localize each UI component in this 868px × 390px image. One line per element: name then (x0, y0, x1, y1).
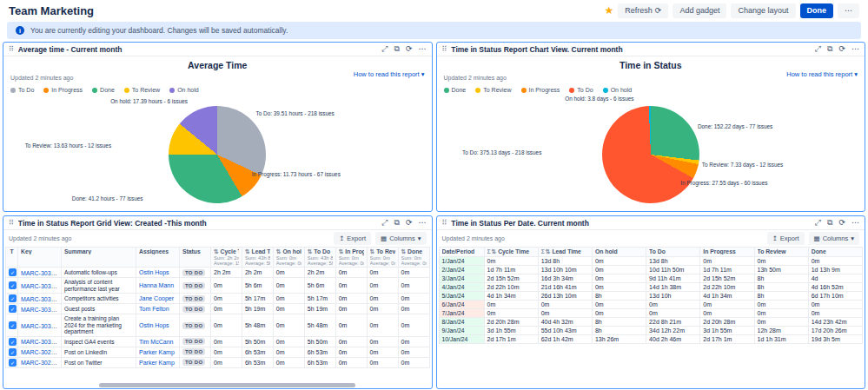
column-header-to-do[interactable]: ⇅ To DoSum: 43h 8mAverage: 5h 23m (304, 248, 335, 268)
issue-row: ✓MARC-3021Post on TwitterParker KampTO D… (6, 357, 430, 367)
legend-color-dot (444, 88, 449, 93)
issue-key-link[interactable]: MARC-3032 (21, 339, 57, 345)
drag-handle-icon[interactable]: ⠿ (9, 219, 14, 227)
legend-item[interactable]: To Do (10, 87, 34, 93)
metric-value-cell: 8h (592, 318, 646, 327)
done-button[interactable]: Done (800, 3, 834, 18)
issue-key-link[interactable]: MARC-3022 (21, 349, 57, 355)
maximize-icon[interactable]: ⤢ (815, 218, 821, 228)
assignee-link[interactable]: Hanna Mann (139, 282, 174, 288)
legend-item[interactable]: To Review (124, 87, 160, 93)
issue-key-link[interactable]: MARC-3038 (21, 270, 57, 276)
refresh-button[interactable]: Refresh ⟳ (618, 3, 668, 18)
maximize-icon[interactable]: ⤢ (381, 218, 388, 228)
change-layout-button[interactable]: Change layout (731, 3, 795, 18)
column-header-status[interactable]: Status (180, 248, 211, 268)
issue-key-link[interactable]: MARC-3036 (21, 296, 57, 302)
refresh-gadget-icon[interactable]: ⟳ (406, 44, 413, 54)
column-header-lead-time[interactable]: Σ⇅ Lead Time (538, 248, 592, 257)
gadget-grid: ⠿ Average time - Current month ⤢ ⧉ ⟳ ⋯ A… (0, 42, 868, 389)
legend-item[interactable]: On hold (603, 87, 633, 93)
refresh-gadget-icon[interactable]: ⟳ (406, 218, 413, 228)
column-header-on-hold[interactable]: On hold (592, 248, 646, 257)
gadget-more-icon[interactable]: ⋯ (419, 44, 427, 54)
assignee-link[interactable]: Tim McCann (139, 339, 173, 345)
gadget-header: ⠿ Time in Status Report Chart View. Curr… (437, 43, 865, 56)
assignee-link[interactable]: Ostin Hops (139, 269, 169, 275)
columns-dropdown[interactable]: ▦ Columns ▾ (375, 232, 426, 245)
legend-item[interactable]: On hold (169, 87, 199, 93)
legend-item[interactable]: Done (92, 87, 115, 93)
assignee-link[interactable]: Jane Cooper (139, 295, 174, 301)
maximize-icon[interactable]: ⤢ (381, 44, 388, 54)
column-header-cycle-time[interactable]: Σ⇅ Cycle Time (484, 248, 538, 257)
gadget-more-icon[interactable]: ⋯ (851, 44, 859, 54)
column-header-to-do[interactable]: To Do (646, 248, 700, 257)
sort-icon[interactable]: ⇅ (276, 248, 282, 254)
sort-icon[interactable]: ⇅ (401, 248, 407, 254)
column-header-assignees[interactable]: Assignees (136, 248, 180, 268)
export-button[interactable]: ↥ Export (767, 232, 805, 245)
drag-handle-icon[interactable]: ⠿ (442, 45, 447, 53)
assignee-link[interactable]: Tom Felton (139, 306, 169, 312)
legend-item[interactable]: Done (444, 87, 467, 93)
column-header-in-progress[interactable]: In Progress (700, 248, 754, 257)
help-link[interactable]: How to read this report ▾ (786, 70, 858, 78)
issue-key-link[interactable]: MARC-3021 (21, 360, 57, 366)
sort-icon[interactable]: ⇅ (492, 248, 497, 254)
legend-item[interactable]: In Progress (521, 87, 560, 93)
fullscreen-icon[interactable]: ⧉ (394, 44, 400, 54)
sort-icon[interactable]: ⇅ (370, 248, 375, 254)
column-header-cycle-time[interactable]: ⇅ Cycle TimeSum: 2h 2mAverage: 15m (211, 248, 242, 268)
issue-key-link[interactable]: MARC-3034 (21, 323, 57, 329)
legend-item[interactable]: In Progress (43, 87, 83, 93)
help-link[interactable]: How to read this report ▾ (354, 70, 425, 78)
columns-dropdown[interactable]: ▦ Columns ▾ (809, 232, 859, 245)
sort-icon[interactable]: ⇅ (245, 248, 250, 254)
column-header-done[interactable]: ⇅ DoneSum: 0mAverage: 0m (398, 248, 429, 268)
drag-handle-icon[interactable]: ⠿ (442, 219, 447, 227)
fullscreen-icon[interactable]: ⧉ (394, 218, 400, 228)
column-header-on-hold[interactable]: ⇅ On holdSum: 0mAverage: 0m (273, 248, 304, 268)
column-header-done[interactable]: Done (808, 248, 862, 257)
export-button[interactable]: ↥ Export (334, 232, 371, 245)
refresh-gadget-icon[interactable]: ⟳ (838, 218, 845, 228)
sort-icon[interactable]: ⇅ (308, 248, 313, 254)
maximize-icon[interactable]: ⤢ (815, 44, 821, 54)
add-gadget-button[interactable]: Add gadget (673, 3, 726, 18)
assignee-link[interactable]: Parker Kamp (139, 349, 175, 355)
column-header-summary[interactable]: Summary (62, 248, 136, 268)
fullscreen-icon[interactable]: ⧉ (827, 218, 832, 228)
sort-icon[interactable]: ⇅ (214, 248, 219, 254)
legend-item[interactable]: To Review (475, 87, 511, 93)
legend-item[interactable]: To Do (569, 87, 593, 93)
assignee-link[interactable]: Ostin Hops (139, 322, 169, 328)
fullscreen-icon[interactable]: ⧉ (827, 44, 832, 54)
refresh-gadget-icon[interactable]: ⟳ (838, 44, 845, 54)
average-time-pie-chart[interactable] (169, 106, 266, 203)
column-header-lead-time[interactable]: ⇅ Lead TimeSum: 43h 8mAverage: 5h 23m (242, 248, 273, 268)
assignee-link[interactable]: Parker Kamp (139, 360, 175, 366)
more-options-button[interactable]: ⋯ (838, 3, 859, 18)
metric-value-cell: 8h (754, 274, 808, 283)
sort-icon[interactable]: ⇅ (546, 248, 551, 254)
gadget-more-icon[interactable]: ⋯ (851, 218, 859, 228)
metric-value-cell: 0m (700, 257, 754, 266)
column-header-to-review[interactable]: ⇅ To ReviewSum: 0mAverage: 0m (367, 248, 398, 268)
metric-value-cell: 0m (538, 309, 592, 318)
task-type-icon: ✓ (9, 321, 17, 329)
column-header-t[interactable]: T (6, 248, 18, 268)
column-header-date-period[interactable]: Date/Period (439, 248, 484, 257)
horizontal-scrollbar[interactable] (99, 383, 355, 387)
drag-handle-icon[interactable]: ⠿ (9, 45, 14, 53)
column-header-in-progress[interactable]: ⇅ In ProgressSum: 0mAverage: 0m (335, 248, 367, 268)
issue-key-link[interactable]: MARC-3037 (21, 283, 57, 289)
time-in-status-pie-chart[interactable] (602, 106, 699, 203)
sort-icon[interactable]: ⇅ (339, 248, 344, 254)
gadget-more-icon[interactable]: ⋯ (419, 218, 427, 228)
column-header-to-review[interactable]: To Review (754, 248, 808, 257)
column-header-key[interactable]: Key (18, 248, 62, 268)
favorite-star-icon[interactable]: ★ (605, 4, 614, 17)
issue-key-link[interactable]: MARC-3035 (21, 307, 57, 313)
pie-slice-label: To Do: 375.13 days - 218 issues (462, 149, 541, 155)
